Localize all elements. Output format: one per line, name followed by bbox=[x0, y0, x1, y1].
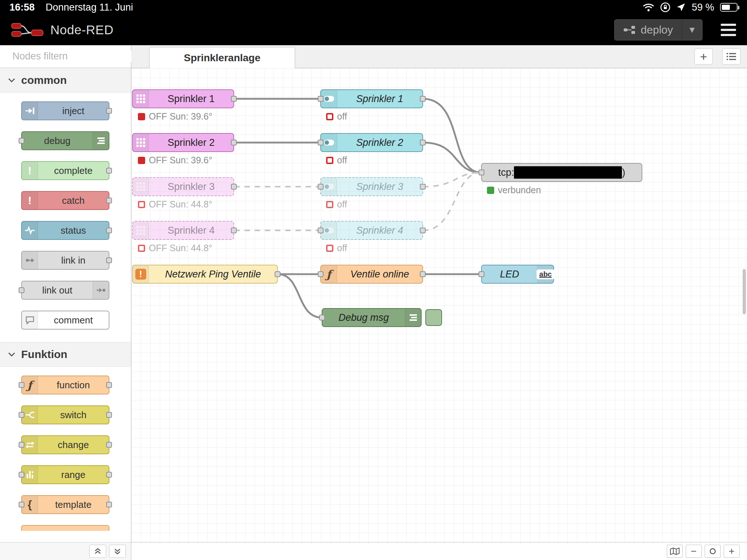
node-sprinkler1-switch[interactable]: Sprinkler 1 bbox=[320, 89, 423, 108]
zoom-in-button[interactable]: + bbox=[724, 545, 740, 558]
palette-node-template[interactable]: { template bbox=[21, 495, 109, 514]
status-text: OFF Sun: 39.6° bbox=[149, 155, 212, 166]
node-port[interactable] bbox=[231, 184, 237, 190]
palette-scroll-area[interactable]: common inject debug bbox=[0, 68, 131, 542]
debug-enable-toggle[interactable] bbox=[425, 309, 442, 326]
wire[interactable] bbox=[278, 274, 322, 318]
main-menu-button[interactable] bbox=[721, 24, 736, 36]
node-debug-msg[interactable]: Debug msg bbox=[322, 308, 422, 327]
status-text: OFF Sun: 39.6° bbox=[149, 111, 212, 122]
link-out-icon bbox=[93, 281, 109, 299]
ios-status-bar: 16:58 Donnerstag 11. Juni 59 % bbox=[0, 0, 747, 15]
palette-node-link-out[interactable]: link out bbox=[21, 281, 109, 300]
flow-canvas[interactable]: Sprinkler 1 Sprinkler 2 Sprinkler 3 bbox=[131, 68, 747, 542]
node-port[interactable] bbox=[420, 140, 426, 145]
node-port bbox=[106, 412, 112, 418]
node-port[interactable] bbox=[420, 271, 426, 277]
palette-search-input[interactable] bbox=[12, 51, 142, 62]
deploy-icon bbox=[623, 25, 636, 35]
chevron-down-icon bbox=[8, 352, 15, 357]
node-sprinkler2-timer[interactable]: Sprinkler 2 bbox=[132, 133, 234, 152]
node-port[interactable] bbox=[479, 271, 484, 277]
zoom-out-button[interactable]: − bbox=[686, 545, 702, 558]
node-port[interactable] bbox=[231, 228, 237, 233]
status-heartbeat-icon bbox=[22, 222, 38, 239]
palette-node-status[interactable]: status bbox=[21, 221, 109, 240]
status-text: verbunden bbox=[498, 185, 541, 195]
node-label: Debug msg bbox=[322, 309, 405, 326]
status-ring-icon bbox=[326, 113, 333, 120]
node-port[interactable] bbox=[420, 228, 426, 233]
node-sprinkler3-switch[interactable]: Sprinkler 3 bbox=[320, 177, 423, 196]
tab-sprinkleranlage[interactable]: Sprinkleranlage bbox=[149, 47, 295, 68]
palette-node-complete[interactable]: ! complete bbox=[21, 161, 109, 180]
palette-node-link-in[interactable]: link in bbox=[21, 251, 109, 270]
node-sprinkler4-switch[interactable]: Sprinkler 4 bbox=[320, 221, 423, 240]
node-port[interactable] bbox=[318, 271, 324, 277]
wire[interactable] bbox=[423, 99, 481, 172]
node-status: off bbox=[326, 243, 347, 253]
zoom-reset-button[interactable] bbox=[705, 545, 721, 558]
palette-node-range[interactable]: range bbox=[21, 465, 109, 484]
node-port[interactable] bbox=[420, 184, 426, 190]
node-port[interactable] bbox=[420, 96, 426, 102]
node-port[interactable] bbox=[318, 140, 324, 145]
status-ring-icon bbox=[138, 201, 145, 208]
date-label: Donnerstag 11. Juni bbox=[46, 2, 133, 13]
navigator-map-button[interactable] bbox=[667, 545, 683, 558]
palette-search[interactable] bbox=[0, 45, 131, 68]
node-port[interactable] bbox=[231, 140, 237, 145]
node-status: verbunden bbox=[487, 185, 541, 195]
node-ventile-online[interactable]: ƒ Ventile online bbox=[320, 265, 423, 284]
schedule-grid-icon bbox=[133, 90, 149, 108]
clock: 16:58 bbox=[9, 2, 35, 13]
palette-section-funktion[interactable]: Funktion bbox=[0, 342, 131, 367]
node-sprinkler3-timer[interactable]: Sprinkler 3 bbox=[132, 177, 234, 196]
node-port bbox=[106, 108, 112, 114]
deploy-options-caret[interactable]: ▼ bbox=[682, 20, 702, 40]
node-port[interactable] bbox=[318, 96, 324, 102]
node-sprinkler2-switch[interactable]: Sprinkler 2 bbox=[320, 133, 423, 152]
node-port[interactable] bbox=[318, 228, 324, 233]
node-port[interactable] bbox=[318, 184, 324, 190]
wire[interactable] bbox=[423, 143, 481, 172]
wire-disabled[interactable] bbox=[423, 172, 481, 230]
node-label: LED bbox=[482, 265, 537, 283]
palette-node-switch[interactable]: switch bbox=[21, 405, 109, 424]
node-port[interactable] bbox=[231, 96, 237, 102]
status-text: OFF Sun: 44.8° bbox=[149, 243, 212, 253]
palette-node-inject[interactable]: inject bbox=[21, 101, 109, 120]
palette-section-common[interactable]: common bbox=[0, 68, 131, 93]
add-flow-button[interactable]: + bbox=[694, 48, 713, 65]
catch-icon: ! bbox=[22, 192, 38, 209]
palette-node-comment[interactable]: comment bbox=[21, 311, 109, 330]
palette-node-catch[interactable]: ! catch bbox=[21, 191, 109, 210]
node-port bbox=[19, 502, 24, 508]
node-tcp-out[interactable]: tcp: ) bbox=[481, 163, 642, 182]
canvas-scrollbar[interactable] bbox=[743, 269, 746, 314]
node-port[interactable] bbox=[479, 170, 484, 175]
app-title: Node-RED bbox=[50, 23, 113, 37]
node-sprinkler1-timer[interactable]: Sprinkler 1 bbox=[132, 89, 234, 108]
expand-all-button[interactable] bbox=[109, 545, 126, 558]
palette-node-change[interactable]: change bbox=[21, 435, 109, 454]
palette-footer bbox=[0, 542, 131, 560]
palette-node-function[interactable]: ƒ function bbox=[21, 376, 109, 394]
tab-label: Sprinkleranlage bbox=[184, 52, 260, 64]
node-netzwerk-ping[interactable]: ! Netzwerk Ping Ventile bbox=[132, 265, 278, 284]
node-port[interactable] bbox=[319, 315, 325, 320]
node-sprinkler4-timer[interactable]: Sprinkler 4 bbox=[132, 221, 234, 240]
node-led[interactable]: LED abc bbox=[481, 265, 554, 284]
flow-list-button[interactable] bbox=[722, 48, 740, 65]
deploy-button[interactable]: deploy ▼ bbox=[614, 19, 703, 40]
palette-node-debug[interactable]: debug bbox=[21, 131, 109, 150]
node-status: OFF Sun: 39.6° bbox=[138, 155, 212, 166]
palette-node-partial[interactable] bbox=[21, 525, 109, 531]
node-port bbox=[19, 287, 24, 293]
node-label: Sprinkler 2 bbox=[149, 134, 233, 151]
node-label: Sprinkler 3 bbox=[337, 178, 422, 195]
node-port[interactable] bbox=[275, 271, 280, 277]
wire-disabled[interactable] bbox=[423, 172, 481, 187]
collapse-all-button[interactable] bbox=[89, 545, 106, 558]
link-in-icon bbox=[22, 252, 38, 269]
